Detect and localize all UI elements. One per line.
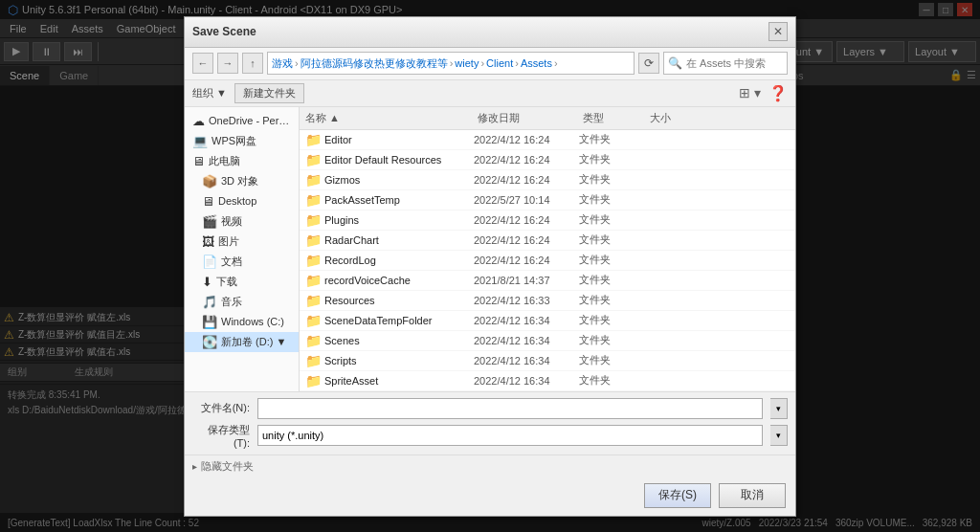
nav-separator-3: ›	[480, 57, 484, 69]
file-date: 2022/4/12 16:34	[474, 335, 579, 346]
sidebar-wps[interactable]: 💻 WPS网盘	[185, 131, 299, 151]
nav-forward-button[interactable]: →	[217, 53, 238, 74]
sidebar-music-label: 音乐	[221, 295, 242, 309]
folder-icon: 📁	[303, 373, 323, 388]
file-name: recordVoiceCache	[323, 275, 474, 286]
nav-path-item-3[interactable]: wiety	[455, 57, 479, 69]
filename-input[interactable]	[257, 398, 763, 419]
file-type: 文件夹	[579, 353, 646, 367]
sidebar-videos[interactable]: 🎬 视频	[185, 211, 299, 232]
onedrive-icon: ☁	[192, 114, 205, 128]
folder-icon: 📁	[303, 313, 323, 328]
help-icon[interactable]: ❓	[768, 84, 788, 102]
sidebar-3dobjects-label: 3D 对象	[221, 174, 258, 188]
sidebar-onedrive-label: OneDrive - Pers...	[209, 115, 291, 126]
file-type: 文件夹	[579, 233, 646, 247]
file-type: 文件夹	[579, 212, 646, 227]
view-icon[interactable]: ⊞	[739, 85, 750, 100]
file-row[interactable]: 📁 RadarChart 2022/4/12 16:24 文件夹	[300, 231, 795, 251]
dialog-sidebar: ☁ OneDrive - Pers... 💻 WPS网盘 🖥 此电脑 📦 3D …	[185, 107, 300, 391]
sidebar-music[interactable]: 🎵 音乐	[185, 292, 299, 312]
col-header-name[interactable]: 名称 ▲	[300, 109, 472, 127]
col-header-date[interactable]: 修改日期	[472, 109, 577, 127]
file-row[interactable]: 📁 recordVoiceCache 2021/8/21 14:37 文件夹	[300, 271, 795, 291]
folder-icon: 📁	[303, 353, 323, 368]
nav-back-button[interactable]: ←	[192, 53, 213, 74]
folder-icon: 📁	[303, 132, 323, 147]
new-folder-button[interactable]: 新建文件夹	[234, 83, 304, 103]
dialog-close-button[interactable]: ✕	[768, 22, 788, 41]
file-date: 2022/4/12 16:24	[474, 234, 579, 246]
file-row[interactable]: 📁 RecordLog 2022/4/12 16:24 文件夹	[300, 251, 795, 271]
filename-dropdown-btn[interactable]: ▾	[770, 398, 788, 419]
nav-path-item-4[interactable]: Client	[486, 57, 513, 69]
filetype-select[interactable]: unity (*.unity)	[257, 425, 763, 446]
sidebar-pictures-label: 图片	[218, 234, 239, 249]
file-name: Plugins	[323, 214, 474, 226]
folder-icon: 📁	[303, 253, 323, 268]
file-row[interactable]: 📁 Gizmos 2022/4/12 16:24 文件夹	[300, 170, 795, 190]
file-date: 2022/4/12 16:34	[474, 375, 579, 387]
nav-path-item-1[interactable]: 游戏	[272, 56, 293, 71]
view-options: ⊞ ▾ ❓	[739, 84, 788, 102]
sidebar-drive-d[interactable]: 💽 新加卷 (D:) ▼	[185, 332, 299, 352]
sidebar-thispc[interactable]: 🖥 此电脑	[185, 151, 299, 171]
nav-search: 🔍	[663, 52, 788, 75]
file-date: 2022/4/12 16:24	[474, 255, 579, 266]
file-row[interactable]: 📁 Editor Default Resources 2022/4/12 16:…	[300, 150, 795, 170]
hidden-section-label: 隐藏文件夹	[201, 459, 254, 474]
sidebar-wps-label: WPS网盘	[212, 134, 256, 148]
file-name: Gizmos	[323, 174, 474, 186]
folder-icon: 📁	[303, 192, 323, 208]
file-name: Editor	[323, 134, 474, 145]
col-header-type[interactable]: 类型	[577, 109, 644, 127]
file-date: 2022/4/12 16:34	[474, 355, 579, 366]
file-date: 2022/4/12 16:24	[474, 134, 579, 145]
dialog-bottom: 文件名(N): ▾ 保存类型(T): unity (*.unity) ▾ 隐藏文…	[185, 391, 795, 516]
sidebar-pictures[interactable]: 🖼 图片	[185, 232, 299, 252]
file-row[interactable]: 📁 SceneDataTempFolder 2022/4/12 16:34 文件…	[300, 311, 795, 331]
file-name: SceneDataTempFolder	[323, 315, 474, 326]
file-type: 文件夹	[579, 333, 646, 347]
organize-button[interactable]: 组织 ▼	[192, 86, 227, 100]
sidebar-docs[interactable]: 📄 文档	[185, 252, 299, 272]
file-row[interactable]: 📁 Plugins 2022/4/12 16:24 文件夹	[300, 211, 795, 231]
file-type: 文件夹	[579, 313, 646, 327]
filetype-label: 保存类型(T):	[192, 423, 250, 449]
folder-icon: 📁	[303, 212, 323, 228]
nav-path: 游戏 › 阿拉德源码修改热更修改教程等 › wiety › Client › A…	[267, 52, 635, 75]
hidden-section[interactable]: 隐藏文件夹	[185, 454, 795, 477]
music-icon: 🎵	[202, 295, 217, 309]
sidebar-downloads[interactable]: ⬇ 下载	[185, 272, 299, 292]
file-row[interactable]: 📁 Editor 2022/4/12 16:24 文件夹	[300, 130, 795, 150]
file-type: 文件夹	[579, 172, 646, 187]
sidebar-3dobjects[interactable]: 📦 3D 对象	[185, 171, 299, 191]
dialog-toolbar-row: 组织 ▼ 新建文件夹 ⊞ ▾ ❓	[185, 80, 795, 107]
filelist-header: 名称 ▲ 修改日期 类型 大小	[300, 107, 795, 130]
sidebar-drive-c[interactable]: 💾 Windows (C:)	[185, 312, 299, 332]
file-type: 文件夹	[579, 253, 646, 267]
drive-c-icon: 💾	[202, 315, 217, 329]
search-input[interactable]	[686, 57, 772, 69]
dialog-content: ☁ OneDrive - Pers... 💻 WPS网盘 🖥 此电脑 📦 3D …	[185, 107, 795, 391]
col-header-size[interactable]: 大小	[644, 109, 702, 127]
nav-up-button[interactable]: ↑	[242, 53, 263, 74]
view-dropdown-icon[interactable]: ▾	[754, 85, 761, 100]
sidebar-downloads-label: 下载	[216, 275, 237, 289]
save-button[interactable]: 保存(S)	[644, 483, 711, 508]
file-row[interactable]: 📁 Scripts 2022/4/12 16:34 文件夹	[300, 351, 795, 371]
file-row[interactable]: 📁 SpriteAsset 2022/4/12 16:34 文件夹	[300, 371, 795, 391]
cancel-button[interactable]: 取消	[719, 483, 786, 508]
file-row[interactable]: 📁 Scenes 2022/4/12 16:34 文件夹	[300, 331, 795, 351]
sidebar-desktop[interactable]: 🖥 Desktop	[185, 191, 299, 211]
nav-path-item-2[interactable]: 阿拉德源码修改热更修改教程等	[301, 56, 448, 71]
nav-path-item-5[interactable]: Assets	[521, 57, 552, 69]
file-row[interactable]: 📁 PackAssetTemp 2022/5/27 10:14 文件夹	[300, 190, 795, 211]
nav-refresh-button[interactable]: ⟳	[638, 53, 659, 74]
sidebar-onedrive[interactable]: ☁ OneDrive - Pers...	[185, 111, 299, 131]
file-date: 2022/4/12 16:24	[474, 154, 579, 166]
drive-d-icon: 💽	[202, 335, 217, 349]
filetype-dropdown-btn[interactable]: ▾	[770, 425, 788, 446]
file-row[interactable]: 📁 Resources 2022/4/12 16:33 文件夹	[300, 291, 795, 311]
dialog-titlebar: Save Scene ✕	[185, 17, 795, 48]
